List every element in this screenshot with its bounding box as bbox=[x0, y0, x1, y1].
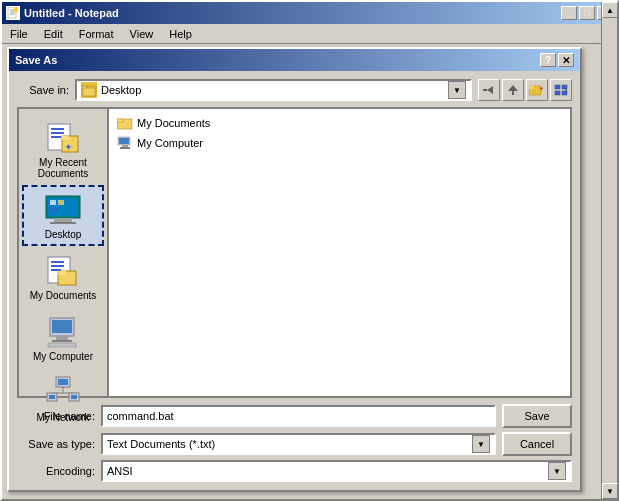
file-name-mydocuments: My Documents bbox=[137, 117, 210, 129]
menu-bar: File Edit Format View Help bbox=[2, 24, 617, 44]
svg-rect-9 bbox=[512, 91, 514, 95]
sidebar-item-desktop[interactable]: Desktop bbox=[22, 185, 104, 246]
svg-rect-19 bbox=[51, 132, 64, 134]
svg-rect-22 bbox=[62, 136, 69, 140]
menu-view[interactable]: View bbox=[126, 27, 158, 41]
my-computer-icon bbox=[43, 313, 83, 349]
svg-rect-56 bbox=[120, 147, 130, 149]
recent-docs-icon: ✦ bbox=[43, 119, 83, 155]
notepad-icon bbox=[6, 6, 20, 20]
svg-rect-26 bbox=[54, 218, 72, 222]
scrollbar: ▲ ▼ bbox=[601, 2, 617, 499]
encoding-dropdown[interactable]: ▼ bbox=[548, 462, 566, 480]
save-as-dialog: Save As ? ✕ Save in: bbox=[7, 47, 582, 492]
sidebar-label-mydocs: My Documents bbox=[30, 290, 97, 301]
svg-rect-14 bbox=[562, 85, 567, 89]
svg-rect-36 bbox=[58, 271, 66, 275]
main-area: ✦ My RecentDocuments bbox=[17, 107, 572, 398]
svg-rect-8 bbox=[483, 89, 487, 91]
new-folder-button[interactable]: * bbox=[526, 79, 548, 101]
svg-text:*: * bbox=[540, 86, 543, 93]
save-as-type-label: Save as type: bbox=[17, 438, 95, 450]
svg-rect-33 bbox=[51, 265, 64, 267]
svg-rect-52 bbox=[117, 119, 123, 122]
save-button[interactable]: Save bbox=[502, 404, 572, 428]
dialog-title-bar: Save As ? ✕ bbox=[9, 49, 580, 71]
file-item-mycomputer[interactable]: My Computer bbox=[113, 133, 566, 153]
dialog-title-buttons: ? ✕ bbox=[540, 53, 574, 67]
sidebar-label-mycomputer: My Computer bbox=[33, 351, 93, 362]
file-browser[interactable]: My Documents My Computer bbox=[107, 107, 572, 398]
svg-rect-44 bbox=[58, 379, 68, 385]
svg-rect-18 bbox=[51, 128, 64, 130]
menu-format[interactable]: Format bbox=[75, 27, 118, 41]
up-button[interactable] bbox=[502, 79, 524, 101]
svg-text:✦: ✦ bbox=[65, 143, 72, 152]
svg-rect-55 bbox=[122, 145, 128, 147]
svg-rect-30 bbox=[50, 207, 56, 212]
svg-rect-42 bbox=[48, 343, 76, 347]
file-name-row: File name: Save bbox=[17, 404, 572, 428]
my-documents-icon bbox=[43, 252, 83, 288]
menu-file[interactable]: File bbox=[6, 27, 32, 41]
save-as-type-row: Save as type: Text Documents (*.txt) ▼ C… bbox=[17, 432, 572, 456]
svg-rect-29 bbox=[58, 200, 64, 205]
save-in-value: Desktop bbox=[101, 84, 444, 96]
form-fields: File name: Save Save as type: Text Docum… bbox=[17, 404, 572, 482]
svg-rect-39 bbox=[56, 336, 68, 340]
folder-icon bbox=[117, 115, 133, 131]
dialog-help-button[interactable]: ? bbox=[540, 53, 556, 67]
encoding-combo[interactable]: ANSI ▼ bbox=[101, 460, 572, 482]
svg-rect-15 bbox=[555, 91, 560, 95]
save-in-dropdown-button[interactable]: ▼ bbox=[448, 81, 466, 99]
sidebar-item-mycomputer[interactable]: My Computer bbox=[22, 307, 104, 368]
scroll-down-button[interactable]: ▼ bbox=[602, 483, 618, 499]
svg-rect-7 bbox=[83, 88, 95, 96]
file-name-input[interactable] bbox=[107, 410, 490, 422]
sidebar-label-recent: My RecentDocuments bbox=[38, 157, 89, 179]
scroll-up-button[interactable]: ▲ bbox=[602, 2, 618, 18]
encoding-row: Encoding: ANSI ▼ bbox=[17, 460, 572, 482]
svg-rect-20 bbox=[51, 136, 61, 138]
desktop-icon bbox=[43, 191, 83, 227]
save-in-combo[interactable]: Desktop ▼ bbox=[75, 79, 472, 101]
dialog-close-button[interactable]: ✕ bbox=[558, 53, 574, 67]
save-in-label: Save in: bbox=[17, 84, 69, 96]
dialog-content: Save in: Desktop ▼ bbox=[9, 71, 580, 490]
save-in-row: Save in: Desktop ▼ bbox=[17, 79, 572, 101]
svg-rect-40 bbox=[52, 340, 72, 342]
back-button[interactable] bbox=[478, 79, 500, 101]
save-as-type-combo[interactable]: Text Documents (*.txt) ▼ bbox=[101, 433, 496, 455]
save-as-type-value: Text Documents (*.txt) bbox=[107, 438, 472, 450]
maximize-button[interactable]: □ bbox=[579, 6, 595, 20]
svg-rect-11 bbox=[529, 86, 534, 89]
file-name-label: File name: bbox=[17, 410, 95, 422]
svg-rect-50 bbox=[71, 395, 77, 399]
svg-rect-38 bbox=[52, 320, 72, 333]
svg-rect-27 bbox=[50, 222, 76, 224]
scroll-track bbox=[602, 18, 617, 483]
toolbar-buttons: * bbox=[478, 79, 572, 101]
cancel-button[interactable]: Cancel bbox=[502, 432, 572, 456]
svg-rect-49 bbox=[49, 395, 55, 399]
sidebar-item-recent[interactable]: ✦ My RecentDocuments bbox=[22, 113, 104, 185]
encoding-label: Encoding: bbox=[17, 465, 95, 477]
menu-edit[interactable]: Edit bbox=[40, 27, 67, 41]
window-title: Untitled - Notepad bbox=[24, 7, 119, 19]
svg-rect-54 bbox=[119, 138, 129, 144]
file-item-mydocuments[interactable]: My Documents bbox=[113, 113, 566, 133]
title-bar: Untitled - Notepad _ □ ✕ bbox=[2, 2, 617, 24]
sidebar: ✦ My RecentDocuments bbox=[17, 107, 107, 398]
notepad-window: Untitled - Notepad _ □ ✕ File Edit Forma… bbox=[0, 0, 619, 501]
file-name-mycomputer: My Computer bbox=[137, 137, 203, 149]
title-bar-left: Untitled - Notepad bbox=[6, 6, 119, 20]
computer-small-icon bbox=[117, 135, 133, 151]
minimize-button[interactable]: _ bbox=[561, 6, 577, 20]
file-name-input-container[interactable] bbox=[101, 405, 496, 427]
menu-help[interactable]: Help bbox=[165, 27, 196, 41]
save-as-type-dropdown[interactable]: ▼ bbox=[472, 435, 490, 453]
view-button[interactable] bbox=[550, 79, 572, 101]
svg-rect-13 bbox=[555, 85, 560, 89]
sidebar-item-mydocs[interactable]: My Documents bbox=[22, 246, 104, 307]
svg-rect-4 bbox=[14, 7, 18, 12]
